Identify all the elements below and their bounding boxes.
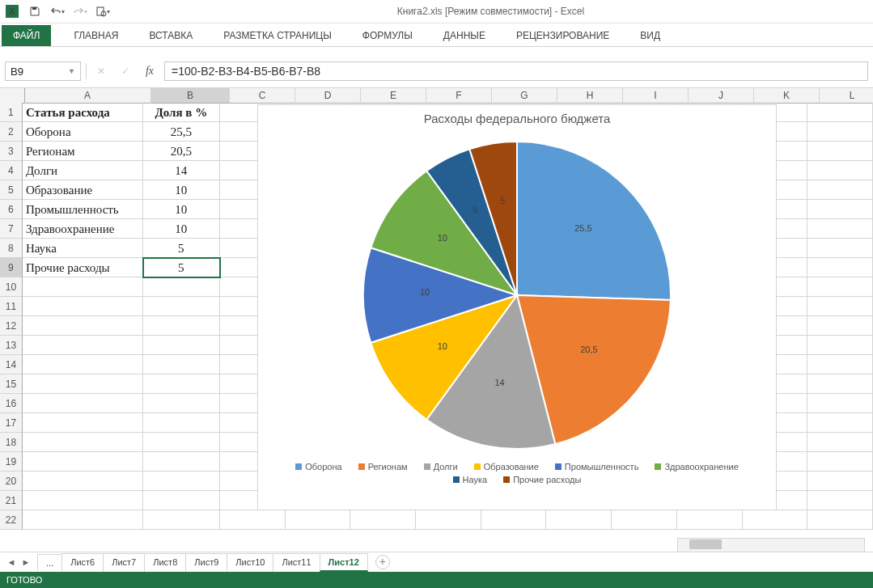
row-header[interactable]: 8 xyxy=(0,239,23,258)
cell[interactable] xyxy=(807,103,873,122)
legend-item[interactable]: Здравоохранение xyxy=(655,462,738,472)
cell[interactable] xyxy=(23,336,143,355)
cell[interactable] xyxy=(350,510,416,530)
column-header[interactable]: J xyxy=(689,88,754,104)
cell[interactable]: Образование xyxy=(23,180,143,200)
row-header[interactable]: 16 xyxy=(0,394,23,413)
cell[interactable]: Наука xyxy=(23,239,143,258)
row-header[interactable]: 6 xyxy=(0,200,23,219)
ribbon-tab-вставка[interactable]: ВСТАВКА xyxy=(141,25,201,46)
row-header[interactable]: 1 xyxy=(0,103,23,122)
cell[interactable] xyxy=(23,452,143,472)
cell[interactable] xyxy=(23,374,143,394)
cell[interactable] xyxy=(143,472,220,491)
cell[interactable] xyxy=(807,413,873,433)
cell[interactable]: Доля в % xyxy=(143,103,220,122)
cell[interactable] xyxy=(807,219,873,239)
ribbon-tab-разметка страницы[interactable]: РАЗМЕТКА СТРАНИЦЫ xyxy=(215,25,340,46)
cell[interactable] xyxy=(23,433,143,452)
cell[interactable]: 10 xyxy=(143,200,220,219)
chart-container[interactable]: Расходы федерального бюджета 25,520,5141… xyxy=(257,104,777,510)
legend-item[interactable]: Долги xyxy=(424,462,458,472)
column-header[interactable]: E xyxy=(361,88,426,104)
cell[interactable] xyxy=(143,491,220,510)
ribbon-tab-главная[interactable]: ГЛАВНАЯ xyxy=(66,25,126,46)
cell[interactable] xyxy=(807,433,873,452)
cell[interactable] xyxy=(807,472,873,491)
legend-item[interactable]: Промышленность xyxy=(555,462,639,472)
column-header[interactable]: K xyxy=(754,88,820,104)
cell[interactable]: 10 xyxy=(143,219,220,239)
cell[interactable] xyxy=(807,277,873,297)
row-header[interactable]: 5 xyxy=(0,180,23,200)
cell[interactable] xyxy=(807,142,873,161)
cell[interactable] xyxy=(143,277,220,297)
legend-item[interactable]: Образование xyxy=(474,462,539,472)
row-header[interactable]: 20 xyxy=(0,472,23,491)
row-header[interactable]: 2 xyxy=(0,122,23,142)
row-header[interactable]: 3 xyxy=(0,142,23,161)
cell[interactable] xyxy=(143,510,220,530)
cell[interactable] xyxy=(807,510,873,530)
cell[interactable] xyxy=(23,413,143,433)
column-header[interactable]: C xyxy=(230,88,295,104)
save-icon[interactable] xyxy=(26,2,44,20)
cell[interactable] xyxy=(807,491,873,510)
cell[interactable] xyxy=(743,510,808,530)
enter-icon[interactable]: ✓ xyxy=(116,62,135,80)
cell[interactable] xyxy=(807,161,873,180)
cell[interactable] xyxy=(807,297,873,316)
cell[interactable] xyxy=(416,510,481,530)
cell[interactable] xyxy=(143,452,220,472)
cell[interactable] xyxy=(143,413,220,433)
cell[interactable] xyxy=(143,336,220,355)
column-header[interactable]: B xyxy=(151,88,230,104)
row-header[interactable]: 13 xyxy=(0,336,23,355)
cell[interactable] xyxy=(143,355,220,374)
row-header[interactable]: 4 xyxy=(0,161,23,180)
row-header[interactable]: 18 xyxy=(0,433,23,452)
cell[interactable] xyxy=(143,297,220,316)
cell[interactable] xyxy=(220,510,286,530)
cancel-icon[interactable]: ✕ xyxy=(91,62,111,80)
cell[interactable] xyxy=(546,510,612,530)
row-header[interactable]: 7 xyxy=(0,219,23,239)
cell[interactable] xyxy=(143,394,220,413)
cell[interactable] xyxy=(807,200,873,219)
cell[interactable] xyxy=(807,316,873,336)
cell[interactable]: 10 xyxy=(143,180,220,200)
row-header[interactable]: 17 xyxy=(0,413,23,433)
cell[interactable] xyxy=(23,277,143,297)
cell[interactable] xyxy=(677,510,743,530)
pie-slice[interactable] xyxy=(517,142,671,300)
cell[interactable]: 14 xyxy=(143,161,220,180)
cell[interactable]: Оборона xyxy=(23,122,143,142)
row-header[interactable]: 11 xyxy=(0,297,23,316)
row-header[interactable]: 10 xyxy=(0,277,23,297)
cell[interactable] xyxy=(807,258,873,277)
cell[interactable]: Здравоохранение xyxy=(23,219,143,239)
cell[interactable] xyxy=(807,336,873,355)
legend-item[interactable]: Прочие расходы xyxy=(503,475,581,484)
cell[interactable] xyxy=(23,297,143,316)
row-header[interactable]: 12 xyxy=(0,316,23,336)
cell[interactable] xyxy=(807,355,873,374)
cell[interactable] xyxy=(807,374,873,394)
column-header[interactable]: D xyxy=(295,88,361,104)
cell[interactable] xyxy=(23,510,143,530)
cell[interactable]: Промышленность xyxy=(23,200,143,219)
cell[interactable] xyxy=(143,433,220,452)
cell[interactable] xyxy=(23,355,143,374)
cell[interactable] xyxy=(807,239,873,258)
row-header[interactable]: 22 xyxy=(0,510,23,530)
cell[interactable] xyxy=(286,510,351,530)
cell[interactable] xyxy=(143,374,220,394)
formula-input[interactable]: =100-B2-B3-B4-B5-B6-B7-B8 xyxy=(164,61,868,81)
select-all-corner[interactable] xyxy=(0,88,25,104)
cell[interactable] xyxy=(807,452,873,472)
cell[interactable]: 25,5 xyxy=(143,122,220,142)
redo-icon[interactable]: ▾ xyxy=(71,2,89,20)
spreadsheet-grid[interactable]: ABCDEFGHIJKL 1Статья расходаДоля в %2Обо… xyxy=(0,88,873,533)
cell[interactable] xyxy=(481,510,547,530)
ribbon-tab-файл[interactable]: ФАЙЛ xyxy=(2,25,51,46)
